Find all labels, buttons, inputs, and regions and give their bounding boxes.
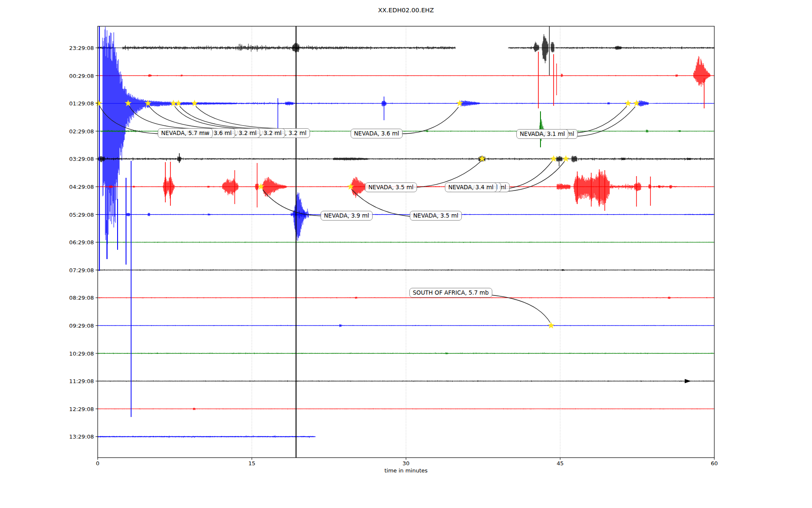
y-tick-label: 05:29:08	[30, 211, 94, 218]
y-tick-label: 08:29:08	[30, 295, 94, 301]
trace-event-burst	[340, 324, 341, 327]
event-annotation-label: NEVADA, 3.5 ml	[365, 182, 417, 192]
axes-frame	[96, 26, 714, 460]
annotation-leader-curve	[263, 190, 321, 216]
event-star-icon	[548, 322, 554, 329]
x-tick-label: 30	[403, 460, 410, 467]
traces-layer	[98, 26, 714, 458]
y-tick-label: 02:29:08	[30, 128, 94, 134]
event-star-icon	[625, 100, 631, 106]
x-tick-label: 15	[248, 460, 255, 467]
y-tick-label: 10:29:08	[30, 350, 94, 356]
event-annotation-label: NEVADA, 3.1 ml	[516, 129, 568, 139]
event-star-icon	[191, 100, 198, 106]
y-tick-label: 06:29:08	[30, 239, 94, 246]
annotation-leader-curve	[196, 106, 292, 129]
trace-event-burst	[446, 352, 447, 354]
trace-row-03:29:08	[98, 156, 714, 163]
y-tick-label: 03:29:08	[30, 156, 94, 162]
annotation-leader-curve	[175, 106, 248, 129]
y-tick-label: 11:29:08	[30, 378, 94, 384]
event-annotation-label: NEVADA, 3.4 ml	[445, 182, 497, 192]
trace-row-08:29:08	[98, 297, 714, 299]
trace-row-13:29:08	[98, 435, 315, 438]
trace-event-burst	[562, 269, 564, 271]
y-tick-label: 04:29:08	[30, 184, 94, 190]
x-tick-label: 0	[96, 460, 99, 467]
y-tick-label: 07:29:08	[30, 267, 94, 273]
annotation-leader-curve	[506, 161, 552, 189]
event-star-icon	[562, 155, 569, 162]
trace-row-00:29:08	[98, 56, 714, 87]
event-star-icon	[550, 155, 557, 162]
trace-arrow-spike	[685, 379, 691, 383]
trace-event-burst	[127, 192, 306, 241]
seismogram-figure: XX.EDH02.00.EHZ 23:29:0800:29:0801:29:08…	[0, 0, 812, 508]
y-tick-label: 09:29:08	[30, 323, 94, 329]
x-tick-label: 60	[711, 460, 718, 467]
y-tick-label: 00:29:08	[30, 72, 94, 79]
y-tick-label: 01:29:08	[30, 100, 94, 107]
event-annotation-label: NEVADA, 3.5 ml	[410, 211, 462, 221]
event-annotation-label: NEVADA, 3.9 ml	[321, 211, 373, 221]
trace-event-burst	[193, 408, 195, 410]
y-tick-label: 13:29:08	[30, 433, 94, 440]
trace-row-07:29:08	[98, 269, 714, 271]
x-axis-title: time in minutes	[98, 467, 714, 474]
trace-event-burst	[269, 119, 680, 141]
annotation-leader-curve	[491, 295, 550, 323]
event-star-icon	[633, 100, 640, 106]
event-annotation-label: NEVADA, 3.6 ml	[351, 129, 403, 138]
y-tick-label: 23:29:08	[30, 45, 94, 51]
annotation-leader-curve	[401, 107, 458, 134]
helicorder-plot	[0, 0, 812, 508]
trace-row-11:29:08	[98, 379, 714, 383]
event-star-icon	[95, 100, 102, 106]
trace-row-12:29:08	[98, 408, 714, 410]
event-annotation-label: SOUTH OF AFRICA, 5.7 mb	[409, 288, 492, 298]
annotation-leader-curve	[576, 106, 627, 133]
event-annotation-label: NEVADA, 5.7 mw	[158, 128, 213, 138]
trace-event-burst	[148, 56, 710, 87]
y-tick-label: 12:29:08	[30, 406, 94, 412]
annotation-leader-curve	[180, 106, 266, 129]
x-tick-label: 45	[557, 460, 564, 467]
